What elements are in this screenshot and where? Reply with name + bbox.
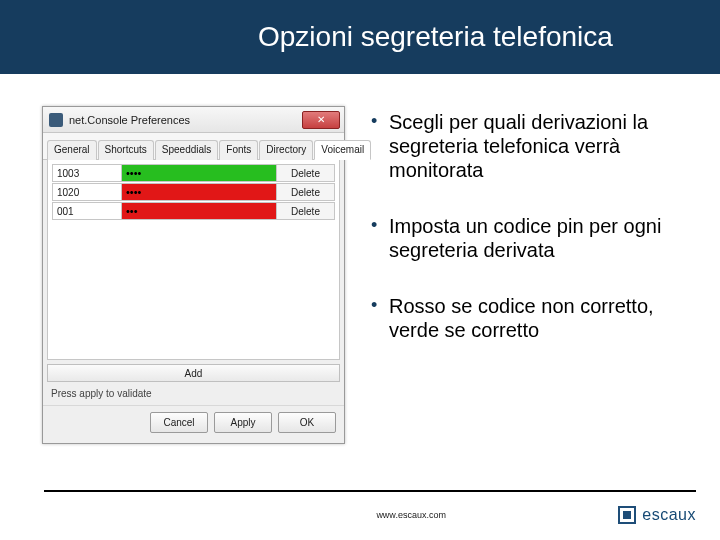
app-icon [49, 113, 63, 127]
preferences-dialog: net.Console Preferences ✕ General Shortc… [42, 106, 345, 444]
preferences-screenshot: net.Console Preferences ✕ General Shortc… [42, 106, 345, 444]
list-item: • Scegli per quali derivazioni la segret… [371, 110, 692, 182]
pin-cell[interactable]: ••• [122, 202, 277, 220]
dialog-title: net.Console Preferences [69, 114, 302, 126]
tab-general[interactable]: General [47, 140, 97, 160]
delete-button[interactable]: Delete [277, 202, 335, 220]
brand-name: escaux [642, 506, 696, 524]
table-row: 1003 •••• Delete [52, 164, 335, 182]
dialog-titlebar: net.Console Preferences ✕ [43, 107, 344, 133]
brand: escaux [618, 506, 696, 524]
bullet-text: Scegli per quali derivazioni la segreter… [389, 110, 692, 182]
tab-shortcuts[interactable]: Shortcuts [98, 140, 154, 160]
delete-button[interactable]: Delete [277, 164, 335, 182]
extension-cell[interactable]: 1003 [52, 164, 122, 182]
bullet-icon: • [371, 294, 389, 342]
slide-footer: www.escaux.com escaux [0, 506, 720, 524]
bullet-icon: • [371, 214, 389, 262]
footer-url: www.escaux.com [44, 510, 618, 520]
slide-title: Opzioni segreteria telefonica [258, 21, 613, 53]
apply-button[interactable]: Apply [214, 412, 272, 433]
title-band: Opzioni segreteria telefonica [0, 0, 720, 74]
delete-button[interactable]: Delete [277, 183, 335, 201]
bullet-list: • Scegli per quali derivazioni la segret… [371, 106, 692, 444]
brand-logo-icon [618, 506, 636, 524]
bullet-text: Imposta un codice pin per ogni segreteri… [389, 214, 692, 262]
tab-fonts[interactable]: Fonts [219, 140, 258, 160]
add-button[interactable]: Add [47, 364, 340, 382]
close-icon[interactable]: ✕ [302, 111, 340, 129]
list-item: • Rosso se codice non corretto, verde se… [371, 294, 692, 342]
extension-cell[interactable]: 1020 [52, 183, 122, 201]
pin-cell[interactable]: •••• [122, 164, 277, 182]
footer-rule [44, 490, 696, 492]
ok-button[interactable]: OK [278, 412, 336, 433]
table-row: 001 ••• Delete [52, 202, 335, 220]
tab-speeddials[interactable]: Speeddials [155, 140, 218, 160]
extension-cell[interactable]: 001 [52, 202, 122, 220]
tab-directory[interactable]: Directory [259, 140, 313, 160]
list-item: • Imposta un codice pin per ogni segrete… [371, 214, 692, 262]
tab-voicemail[interactable]: Voicemail [314, 140, 371, 160]
bullet-icon: • [371, 110, 389, 182]
table-row: 1020 •••• Delete [52, 183, 335, 201]
pin-cell[interactable]: •••• [122, 183, 277, 201]
bullet-text: Rosso se codice non corretto, verde se c… [389, 294, 692, 342]
cancel-button[interactable]: Cancel [150, 412, 208, 433]
dialog-buttons: Cancel Apply OK [43, 405, 344, 443]
tab-strip: General Shortcuts Speeddials Fonts Direc… [43, 133, 344, 160]
voicemail-panel: 1003 •••• Delete 1020 •••• Delete 001 ••… [47, 160, 340, 360]
validate-note: Press apply to validate [43, 382, 344, 405]
